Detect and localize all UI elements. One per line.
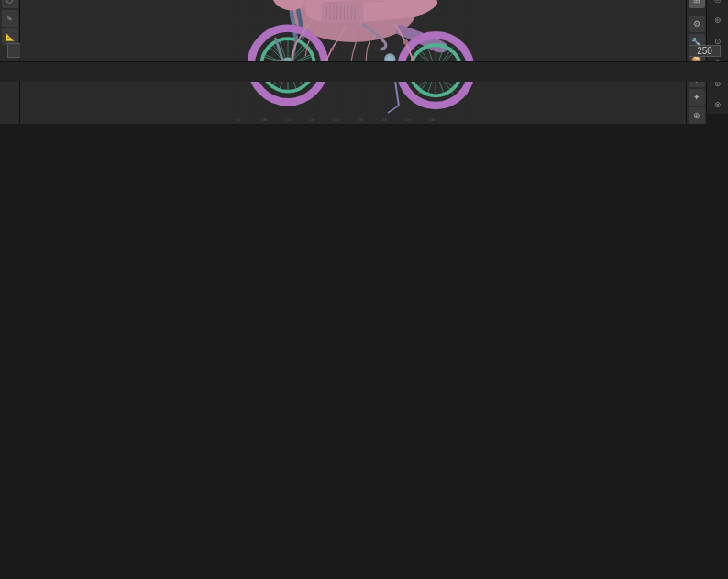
fr-icon-3[interactable]: ◎ — [709, 0, 727, 8]
svg-point-93 — [330, 48, 334, 51]
workspace-tabs: ↖ ⟲ ⤢ ⬡ ✎ 📐 — [0, 18, 728, 39]
svg-text:120: 120 — [285, 118, 291, 122]
sidebar-settings-icon[interactable]: ⚙ — [689, 16, 705, 32]
lt-annotate-icon[interactable]: ✎ — [2, 10, 18, 27]
sidebar-grid-icon[interactable]: ⊞ — [689, 0, 705, 8]
svg-text:80: 80 — [237, 118, 240, 122]
svg-rect-45 — [321, 2, 363, 23]
svg-text:200: 200 — [381, 118, 387, 122]
lt-transform-icon[interactable]: ⬡ — [2, 0, 18, 8]
end-frame-input[interactable] — [689, 45, 721, 57]
fr-icon-8[interactable]: ⊗ — [709, 95, 727, 114]
svg-text:240: 240 — [429, 118, 435, 122]
timeline[interactable]: 80 100 120 140 160 180 200 220 240 — [0, 61, 728, 82]
svg-text:160: 160 — [334, 118, 339, 122]
svg-text:220: 220 — [405, 118, 411, 122]
fr-icon-4[interactable]: ⊛ — [709, 11, 727, 29]
svg-text:180: 180 — [358, 118, 363, 122]
svg-point-94 — [403, 39, 408, 44]
far-right-panel: ⊠ ⊡ ◎ ⊛ ⊙ ⊚ ⊕ ⊗ — [706, 0, 728, 114]
svg-text:140: 140 — [309, 118, 314, 122]
svg-text:100: 100 — [261, 118, 267, 122]
sidebar-physics-icon[interactable]: ⊕ — [689, 107, 705, 124]
sidebar-particles-icon[interactable]: ✦ — [689, 89, 705, 106]
